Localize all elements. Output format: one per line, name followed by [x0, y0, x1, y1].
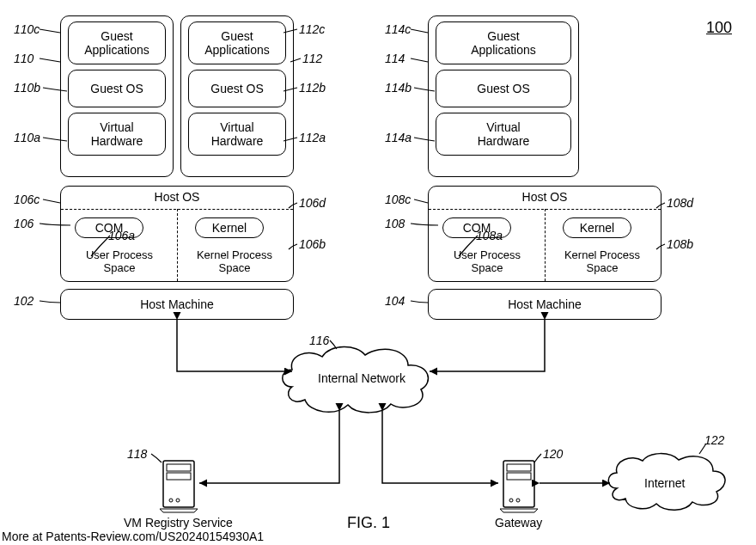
guest-os-box: Guest OS [68, 70, 166, 107]
ref-112b: 112b [299, 81, 326, 95]
user-process-space-label: User Process Space [76, 248, 162, 274]
virtual-hw-box: Virtual Hardware [68, 113, 166, 156]
vm-stack-114: Guest Applications Guest OS Virtual Hard… [428, 15, 579, 177]
vm-stack-110: Guest Applications Guest OS Virtual Hard… [60, 15, 174, 177]
svg-rect-0 [163, 461, 194, 507]
host-machine-104: Host Machine [428, 289, 662, 320]
ref-114b: 114b [385, 81, 412, 95]
ref-110a: 110a [14, 131, 40, 144]
ref-114: 114 [385, 52, 405, 65]
ref-112c: 112c [299, 22, 325, 36]
host-os-vdivider [177, 209, 178, 281]
guest-os-box: Guest OS [436, 70, 571, 107]
ref-102: 102 [14, 294, 34, 308]
ref-108a: 108a [476, 229, 503, 242]
kernel-pill: Kernel [195, 217, 264, 238]
host-os-106: Host OS COM Kernel User Process Space Ke… [60, 186, 294, 282]
virtual-hw-box: Virtual Hardware [436, 113, 571, 156]
ref-106: 106 [14, 217, 34, 230]
vm-registry-label: VM Registry Service [124, 516, 233, 530]
ref-108d: 108d [667, 196, 693, 210]
ref-110c: 110c [14, 22, 40, 36]
vm-stack-112: Guest Applications Guest OS Virtual Hard… [180, 15, 294, 177]
ref-108c: 108c [385, 193, 411, 206]
host-os-108: Host OS COM Kernel User Process Space Ke… [428, 186, 662, 282]
kernel-process-space-label: Kernel Process Space [192, 248, 277, 274]
server-icon [500, 459, 538, 512]
ref-108: 108 [385, 217, 405, 230]
ref-104: 104 [385, 294, 405, 308]
ref-106a: 106a [108, 229, 135, 242]
guest-apps-box: Guest Applications [436, 21, 571, 64]
ref-122: 122 [704, 433, 724, 447]
host-os-vdivider [545, 209, 546, 281]
gateway-label: Gateway [495, 516, 542, 530]
host-os-title: Host OS [429, 187, 661, 204]
guest-os-box: Guest OS [188, 70, 286, 107]
footer-text: More at Patents-Review.com/US20240154930… [2, 530, 264, 543]
host-os-title: Host OS [61, 187, 293, 204]
ref-118: 118 [127, 447, 147, 461]
internal-network-label: Internal Network [318, 371, 405, 385]
ref-110: 110 [14, 52, 34, 65]
ref-120: 120 [543, 447, 563, 461]
kernel-process-space-label: Kernel Process Space [559, 248, 645, 274]
ref-110b: 110b [14, 81, 40, 95]
host-machine-102: Host Machine [60, 289, 294, 320]
ref-106c: 106c [14, 193, 40, 206]
user-process-space-label: User Process Space [444, 248, 530, 274]
guest-apps-box: Guest Applications [68, 21, 166, 64]
kernel-pill: Kernel [563, 217, 631, 238]
ref-108b: 108b [667, 237, 693, 251]
ref-112a: 112a [299, 131, 326, 144]
svg-rect-5 [503, 461, 534, 507]
figure-label: FIG. 1 [347, 514, 390, 532]
ref-106d: 106d [299, 196, 326, 210]
figure-overall-ref: 100 [706, 19, 732, 37]
server-icon [160, 459, 198, 512]
ref-114c: 114c [385, 22, 411, 36]
guest-apps-box: Guest Applications [188, 21, 286, 64]
virtual-hw-box: Virtual Hardware [188, 113, 286, 156]
internet-label: Internet [644, 476, 685, 490]
ref-114a: 114a [385, 131, 412, 144]
ref-106b: 106b [299, 237, 326, 251]
ref-116: 116 [309, 334, 329, 347]
ref-112: 112 [302, 52, 322, 65]
